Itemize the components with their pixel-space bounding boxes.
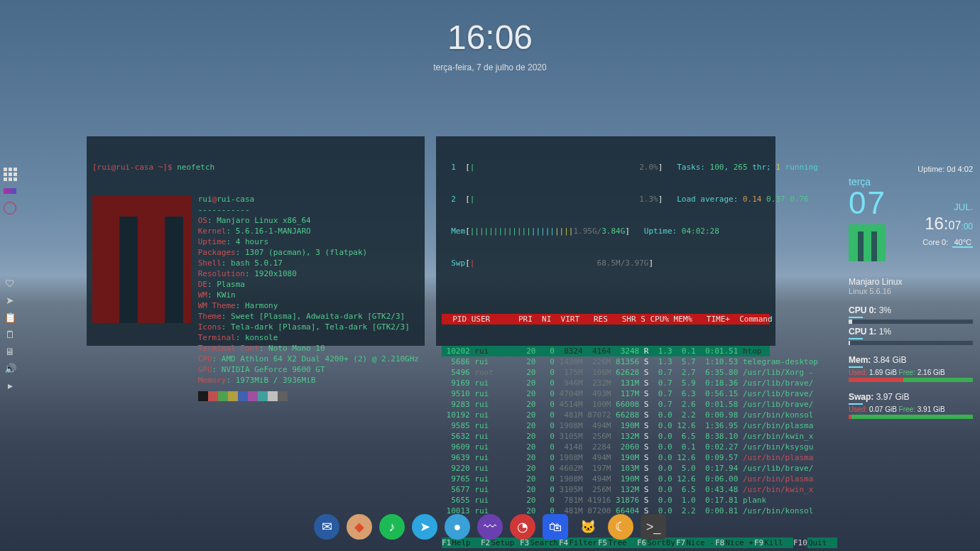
dock-red[interactable]: ◔: [510, 514, 535, 540]
dock-shopping[interactable]: 🛍: [543, 514, 568, 540]
circle-icon[interactable]: [2, 200, 18, 216]
dock-spotify[interactable]: ♪: [379, 514, 405, 540]
dock-telegram[interactable]: ➤: [412, 514, 437, 540]
shield-icon[interactable]: 🛡: [2, 276, 18, 291]
dock-thunderbird[interactable]: ✉: [314, 514, 339, 540]
dock-brave[interactable]: ◆: [347, 514, 372, 540]
wallpaper-clock: 16:06 terça-feira, 7 de julho de 2020: [433, 18, 546, 72]
dock-cat[interactable]: 🐱: [575, 514, 601, 540]
clock-time: 16:06: [433, 18, 546, 57]
notes-icon[interactable]: 🗒: [2, 327, 18, 342]
dock-weather[interactable]: ☾: [608, 514, 633, 540]
left-panel: 🛡 ➤ 📋 🗒 🖥 🔊 ▸: [0, 163, 20, 396]
terminal-neofetch[interactable]: [rui@rui-casa ~]$ neofetch rui@rui-casa-…: [87, 136, 425, 346]
conky-widget: Uptime: 0d 4:02 terça 07 JUL. 16:07:00 C…: [849, 165, 973, 419]
dock-purple[interactable]: 〰: [477, 514, 503, 540]
app-launcher[interactable]: [2, 166, 18, 182]
clock-date: terça-feira, 7 de julho de 2020: [433, 62, 546, 72]
terminal-htop[interactable]: 1 [| 2.0%] Tasks: 100, 265 thr; 1 runnin…: [436, 136, 775, 346]
manjaro-logo: [92, 195, 191, 323]
clipboard-icon[interactable]: 📋: [2, 310, 18, 325]
expand-icon[interactable]: ▸: [2, 378, 18, 393]
telegram-tray-icon[interactable]: ➤: [2, 293, 18, 308]
dock-globe[interactable]: ●: [445, 514, 470, 540]
volume-icon[interactable]: 🔊: [2, 361, 18, 376]
manjaro-widget-logo: [849, 224, 886, 261]
htop-header: PID USER PRI NI VIRT RES SHR S CPU% MEM%…: [442, 314, 770, 324]
display-icon[interactable]: 🖥: [2, 344, 18, 359]
dock: ✉◆♪➤●〰◔🛍🐱☾>_: [307, 510, 673, 544]
dock-terminal[interactable]: >_: [641, 514, 666, 540]
workspace-indicator[interactable]: [2, 183, 18, 199]
